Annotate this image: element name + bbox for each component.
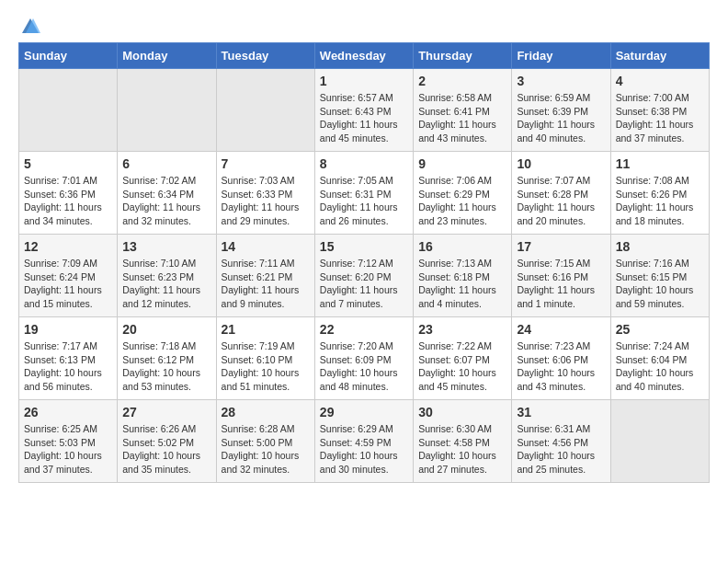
day-number: 15 — [320, 239, 408, 254]
day-info: Sunrise: 7:13 AM Sunset: 6:18 PM Dayligh… — [418, 257, 506, 311]
weekday-header-thursday: Thursday — [414, 43, 512, 69]
calendar-cell — [610, 400, 709, 483]
calendar-cell: 7Sunrise: 7:03 AM Sunset: 6:33 PM Daylig… — [216, 152, 314, 235]
day-info: Sunrise: 7:06 AM Sunset: 6:29 PM Dayligh… — [418, 174, 506, 228]
calendar-cell: 30Sunrise: 6:30 AM Sunset: 4:58 PM Dayli… — [414, 400, 512, 483]
calendar-cell: 8Sunrise: 7:05 AM Sunset: 6:31 PM Daylig… — [314, 152, 413, 235]
calendar-cell: 2Sunrise: 6:58 AM Sunset: 6:41 PM Daylig… — [414, 69, 512, 152]
day-info: Sunrise: 7:09 AM Sunset: 6:24 PM Dayligh… — [24, 257, 112, 311]
calendar-cell: 5Sunrise: 7:01 AM Sunset: 6:36 PM Daylig… — [19, 152, 118, 235]
day-number: 6 — [122, 156, 210, 171]
day-info: Sunrise: 7:00 AM Sunset: 6:38 PM Dayligh… — [616, 91, 704, 145]
day-info: Sunrise: 7:22 AM Sunset: 6:07 PM Dayligh… — [418, 339, 506, 394]
calendar-cell: 21Sunrise: 7:19 AM Sunset: 6:10 PM Dayli… — [216, 317, 314, 400]
calendar-cell: 6Sunrise: 7:02 AM Sunset: 6:34 PM Daylig… — [118, 152, 216, 235]
day-info: Sunrise: 6:30 AM Sunset: 4:58 PM Dayligh… — [418, 422, 506, 477]
day-number: 4 — [616, 74, 704, 88]
day-info: Sunrise: 7:17 AM Sunset: 6:13 PM Dayligh… — [24, 339, 112, 394]
calendar-cell: 19Sunrise: 7:17 AM Sunset: 6:13 PM Dayli… — [19, 317, 118, 400]
calendar-cell: 10Sunrise: 7:07 AM Sunset: 6:28 PM Dayli… — [512, 152, 610, 235]
day-info: Sunrise: 7:08 AM Sunset: 6:26 PM Dayligh… — [616, 174, 704, 228]
day-info: Sunrise: 7:23 AM Sunset: 6:06 PM Dayligh… — [517, 339, 605, 394]
day-info: Sunrise: 7:11 AM Sunset: 6:21 PM Dayligh… — [222, 257, 310, 311]
day-info: Sunrise: 6:58 AM Sunset: 6:41 PM Dayligh… — [418, 91, 506, 145]
calendar-week-row: 26Sunrise: 6:25 AM Sunset: 5:03 PM Dayli… — [19, 400, 710, 483]
day-number: 7 — [222, 156, 310, 171]
day-info: Sunrise: 7:02 AM Sunset: 6:34 PM Dayligh… — [122, 174, 210, 228]
calendar-cell: 23Sunrise: 7:22 AM Sunset: 6:07 PM Dayli… — [414, 317, 512, 400]
day-info: Sunrise: 7:20 AM Sunset: 6:09 PM Dayligh… — [320, 339, 408, 394]
day-number: 14 — [222, 239, 310, 254]
day-info: Sunrise: 7:01 AM Sunset: 6:36 PM Dayligh… — [24, 174, 112, 228]
calendar-cell: 4Sunrise: 7:00 AM Sunset: 6:38 PM Daylig… — [610, 69, 709, 152]
weekday-header-monday: Monday — [118, 43, 216, 69]
day-number: 17 — [517, 239, 605, 254]
calendar-cell: 14Sunrise: 7:11 AM Sunset: 6:21 PM Dayli… — [216, 235, 314, 317]
day-number: 25 — [616, 322, 704, 337]
day-number: 29 — [320, 405, 408, 419]
day-info: Sunrise: 7:18 AM Sunset: 6:12 PM Dayligh… — [122, 339, 210, 394]
weekday-header-sunday: Sunday — [19, 43, 118, 69]
day-info: Sunrise: 6:31 AM Sunset: 4:56 PM Dayligh… — [517, 422, 605, 477]
day-number: 18 — [616, 239, 704, 254]
day-info: Sunrise: 7:05 AM Sunset: 6:31 PM Dayligh… — [320, 174, 408, 228]
day-number: 13 — [122, 239, 210, 254]
calendar-week-row: 12Sunrise: 7:09 AM Sunset: 6:24 PM Dayli… — [19, 235, 710, 317]
day-info: Sunrise: 6:25 AM Sunset: 5:03 PM Dayligh… — [24, 422, 112, 477]
day-info: Sunrise: 6:26 AM Sunset: 5:02 PM Dayligh… — [122, 422, 210, 477]
day-number: 1 — [320, 74, 408, 88]
calendar-cell: 29Sunrise: 6:29 AM Sunset: 4:59 PM Dayli… — [314, 400, 413, 483]
calendar-cell — [216, 69, 314, 152]
day-info: Sunrise: 7:24 AM Sunset: 6:04 PM Dayligh… — [616, 339, 704, 394]
calendar-week-row: 19Sunrise: 7:17 AM Sunset: 6:13 PM Dayli… — [19, 317, 710, 400]
day-number: 24 — [517, 322, 605, 337]
day-number: 21 — [222, 322, 310, 337]
calendar-table: SundayMondayTuesdayWednesdayThursdayFrid… — [18, 42, 710, 483]
day-number: 23 — [418, 322, 506, 337]
weekday-header-row: SundayMondayTuesdayWednesdayThursdayFrid… — [19, 43, 710, 69]
day-info: Sunrise: 7:19 AM Sunset: 6:10 PM Dayligh… — [222, 339, 310, 394]
day-number: 10 — [517, 156, 605, 171]
calendar-week-row: 1Sunrise: 6:57 AM Sunset: 6:43 PM Daylig… — [19, 69, 710, 152]
day-number: 26 — [24, 405, 112, 419]
page-header — [18, 18, 710, 33]
calendar-cell: 28Sunrise: 6:28 AM Sunset: 5:00 PM Dayli… — [216, 400, 314, 483]
day-number: 19 — [24, 322, 112, 337]
day-number: 20 — [122, 322, 210, 337]
calendar-cell: 3Sunrise: 6:59 AM Sunset: 6:39 PM Daylig… — [512, 69, 610, 152]
calendar-cell: 17Sunrise: 7:15 AM Sunset: 6:16 PM Dayli… — [512, 235, 610, 317]
calendar-week-row: 5Sunrise: 7:01 AM Sunset: 6:36 PM Daylig… — [19, 152, 710, 235]
day-number: 12 — [24, 239, 112, 254]
calendar-cell: 18Sunrise: 7:16 AM Sunset: 6:15 PM Dayli… — [610, 235, 709, 317]
calendar-cell: 26Sunrise: 6:25 AM Sunset: 5:03 PM Dayli… — [19, 400, 118, 483]
weekday-header-saturday: Saturday — [610, 43, 709, 69]
calendar-cell: 25Sunrise: 7:24 AM Sunset: 6:04 PM Dayli… — [610, 317, 709, 400]
day-number: 30 — [418, 405, 506, 419]
weekday-header-friday: Friday — [512, 43, 610, 69]
day-info: Sunrise: 6:59 AM Sunset: 6:39 PM Dayligh… — [517, 91, 605, 145]
calendar-cell: 9Sunrise: 7:06 AM Sunset: 6:29 PM Daylig… — [414, 152, 512, 235]
calendar-cell — [19, 69, 118, 152]
weekday-header-wednesday: Wednesday — [314, 43, 413, 69]
calendar-cell: 27Sunrise: 6:26 AM Sunset: 5:02 PM Dayli… — [118, 400, 216, 483]
calendar-cell: 22Sunrise: 7:20 AM Sunset: 6:09 PM Dayli… — [314, 317, 413, 400]
day-info: Sunrise: 6:29 AM Sunset: 4:59 PM Dayligh… — [320, 422, 408, 477]
logo — [18, 18, 40, 33]
day-number: 11 — [616, 156, 704, 171]
calendar-cell: 1Sunrise: 6:57 AM Sunset: 6:43 PM Daylig… — [314, 69, 413, 152]
day-info: Sunrise: 7:10 AM Sunset: 6:23 PM Dayligh… — [122, 257, 210, 311]
logo-icon — [20, 17, 40, 37]
calendar-cell: 12Sunrise: 7:09 AM Sunset: 6:24 PM Dayli… — [19, 235, 118, 317]
day-info: Sunrise: 7:12 AM Sunset: 6:20 PM Dayligh… — [320, 257, 408, 311]
day-number: 27 — [122, 405, 210, 419]
calendar-cell: 11Sunrise: 7:08 AM Sunset: 6:26 PM Dayli… — [610, 152, 709, 235]
day-number: 2 — [418, 74, 506, 88]
day-info: Sunrise: 7:15 AM Sunset: 6:16 PM Dayligh… — [517, 257, 605, 311]
day-info: Sunrise: 7:16 AM Sunset: 6:15 PM Dayligh… — [616, 257, 704, 311]
day-number: 5 — [24, 156, 112, 171]
day-info: Sunrise: 6:57 AM Sunset: 6:43 PM Dayligh… — [320, 91, 408, 145]
weekday-header-tuesday: Tuesday — [216, 43, 314, 69]
day-number: 3 — [517, 74, 605, 88]
day-info: Sunrise: 7:03 AM Sunset: 6:33 PM Dayligh… — [222, 174, 310, 228]
day-info: Sunrise: 7:07 AM Sunset: 6:28 PM Dayligh… — [517, 174, 605, 228]
